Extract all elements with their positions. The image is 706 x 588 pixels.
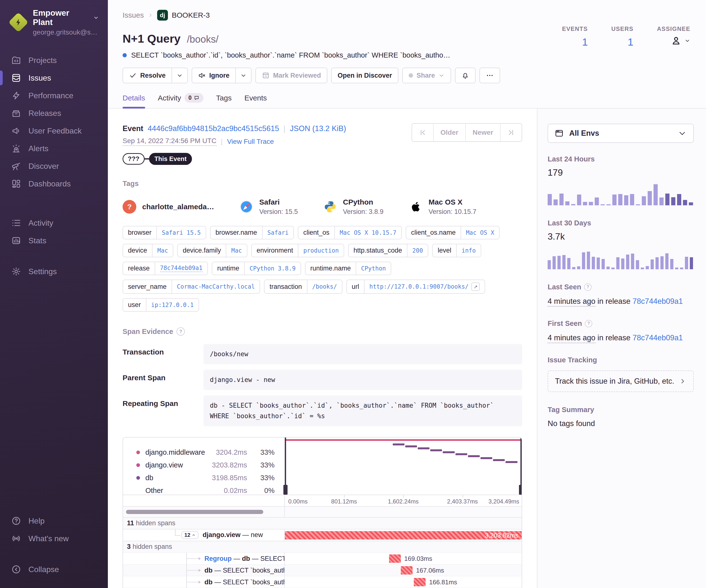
collapse-span-group-button[interactable]: 12 [182, 531, 199, 539]
hidden-spans-row[interactable]: 11hidden spans [123, 517, 522, 529]
tag-avatar-charlotte-alameda-[interactable]: ?charlotte_alameda… [123, 200, 214, 214]
breadcrumb-issues[interactable]: Issues [123, 11, 144, 19]
sidebar-item-performance[interactable]: Performance [0, 87, 108, 104]
sidebar-item-settings[interactable]: Settings [0, 263, 108, 280]
python-icon [323, 200, 337, 214]
span-row[interactable]: Regroup — db — SELECT `books_author`.`id… [123, 552, 522, 564]
tag-value[interactable]: Mac OS X [461, 226, 499, 239]
sidebar-item-user-feedback[interactable]: User Feedback [0, 122, 108, 140]
help-icon[interactable]: ? [176, 327, 185, 336]
assignee-label: ASSIGNEE [657, 26, 690, 32]
older-event-button[interactable]: Older [433, 124, 465, 141]
minimap-left-handle[interactable] [285, 437, 286, 495]
subscribe-button[interactable] [455, 68, 476, 83]
tag-pill-server-name: server_nameCormac-MacCarthy.local [123, 280, 260, 294]
sidebar-item-discover[interactable]: Discover [0, 157, 108, 175]
tag-value[interactable]: /books/ [307, 280, 342, 293]
tag-avatar-safari[interactable]: SafariVersion: 15.5 [239, 198, 298, 216]
events-count[interactable]: 1 [582, 36, 588, 48]
tag-value[interactable]: CPython 3.8.9 [244, 262, 301, 275]
track-issue-button[interactable]: Track this issue in Jira, GitHub, etc. [548, 370, 694, 392]
ignore-dropdown[interactable] [235, 68, 251, 83]
tag-avatar-mac-os-x[interactable]: Mac OS XVersion: 10.15.7 [409, 198, 476, 216]
tag-value[interactable]: info [456, 244, 481, 257]
tag-value[interactable]: Safari 15.5 [156, 226, 206, 239]
external-link-icon[interactable]: ↗ [471, 283, 480, 291]
view-full-trace-link[interactable]: View Full Trace [227, 138, 274, 145]
sidebar-item-collapse[interactable]: Collapse [0, 560, 108, 578]
histogram-bar [665, 253, 668, 269]
ignore-button[interactable]: Ignore [192, 68, 252, 83]
tag-value[interactable]: production [298, 244, 344, 257]
sidebar-item-dashboards[interactable]: Dashboards [0, 175, 108, 193]
tag-value[interactable]: Safari [262, 226, 294, 239]
tag-value[interactable]: Cormac-MacCarthy.local [171, 280, 260, 293]
first-seen-label: First Seen? [548, 320, 694, 328]
span-row[interactable]: db — SELECT `books_author`.`id`, `books_… [123, 576, 522, 588]
tag-value[interactable]: ip:127.0.0.1 [146, 299, 199, 311]
sidebar-item-alerts[interactable]: Alerts [0, 140, 108, 157]
legend-dot [136, 463, 140, 467]
sidebar-item-label: User Feedback [29, 126, 82, 135]
more-actions-button[interactable] [479, 68, 500, 83]
tag-pill-runtime: runtimeCPython 3.8.9 [212, 262, 301, 275]
resolve-dropdown[interactable] [171, 68, 187, 83]
mark-reviewed-button[interactable]: Mark Reviewed [256, 68, 327, 83]
tag-value[interactable]: Mac OS X 10.15.7 [335, 226, 401, 239]
sidebar-item-what-s-new[interactable]: What's new [0, 530, 108, 547]
collapse-icon [11, 564, 21, 574]
tag-value[interactable]: 78c744eb09a1 [155, 262, 207, 275]
parent-span-row[interactable]: 12 django.view — new 3,203.82ms [123, 529, 522, 541]
event-timestamp[interactable]: Sep 14, 2022 7:24:56 PM UTC [123, 137, 217, 146]
tag-value[interactable]: http://127.0.0.1:9007/books/↗ [364, 280, 485, 293]
regroup-link[interactable]: Regroup [204, 555, 232, 562]
waterfall-minimap[interactable] [285, 437, 522, 495]
skip-first-icon [419, 129, 426, 136]
resolve-button[interactable]: Resolve [123, 68, 188, 83]
org-switcher[interactable]: Empower Plant george.gritsouk@s… [0, 8, 108, 36]
environment-select[interactable]: All Envs [548, 124, 694, 143]
event-json-link[interactable]: JSON (13.2 KiB) [290, 124, 346, 133]
share-button[interactable]: Share [402, 68, 451, 83]
minimap-right-handle[interactable] [520, 437, 522, 495]
ellipsis-icon [486, 72, 494, 79]
open-in-discover-button[interactable]: Open in Discover [331, 68, 398, 83]
hidden-spans-row[interactable]: 3hidden spans [123, 541, 522, 552]
horizontal-scrollbar[interactable] [126, 510, 263, 514]
sidebar-item-activity[interactable]: Activity [0, 214, 108, 232]
skip-last-button[interactable] [500, 124, 522, 141]
last-seen-release-link[interactable]: 78c744eb09a1 [632, 297, 683, 305]
tag-value[interactable]: Mac [226, 244, 247, 257]
tab-activity[interactable]: Activity0 [158, 93, 203, 108]
tab-events[interactable]: Events [244, 93, 267, 108]
tag-value[interactable]: 200 [407, 244, 428, 257]
users-count[interactable]: 1 [628, 36, 633, 48]
first-seen-ago[interactable]: 4 minutes ago [548, 333, 595, 343]
help-icon[interactable]: ? [585, 320, 592, 327]
histogram-bar [646, 266, 649, 269]
sidebar-item-help[interactable]: Help [0, 512, 108, 530]
tag-key: client_os.name [406, 226, 461, 239]
sidebar-item-issues[interactable]: Issues [0, 69, 108, 87]
tag-avatar-cpython[interactable]: CPythonVersion: 3.8.9 [323, 198, 383, 216]
event-id-link[interactable]: 4446c9af6bb94815b2ac9bc4515c5615 [148, 124, 279, 133]
newer-event-button[interactable]: Newer [465, 124, 500, 141]
help-icon[interactable]: ? [584, 284, 591, 291]
last-seen-ago[interactable]: 4 minutes ago [548, 297, 595, 307]
tag-value[interactable]: Mac [152, 244, 173, 257]
issue-stats: EVENTS 1 USERS 1 ASSIGNEE [562, 26, 690, 48]
histogram-bar [660, 256, 664, 269]
tab-tags[interactable]: Tags [216, 93, 232, 108]
first-seen-release-link[interactable]: 78c744eb09a1 [632, 333, 683, 342]
tag-key: url [347, 280, 364, 293]
assignee-selector[interactable] [657, 35, 690, 46]
histogram-bar [651, 259, 654, 269]
sidebar-item-projects[interactable]: Projects [0, 51, 108, 69]
minimap-span-dash [480, 457, 492, 459]
tag-value[interactable]: CPython [356, 262, 391, 275]
span-row[interactable]: db — SELECT `books_author`.`id`, `books_… [123, 564, 522, 576]
oldest-event-button[interactable] [412, 124, 433, 141]
sidebar-item-stats[interactable]: Stats [0, 232, 108, 249]
tab-details[interactable]: Details [123, 93, 145, 108]
sidebar-item-releases[interactable]: Releases [0, 104, 108, 122]
